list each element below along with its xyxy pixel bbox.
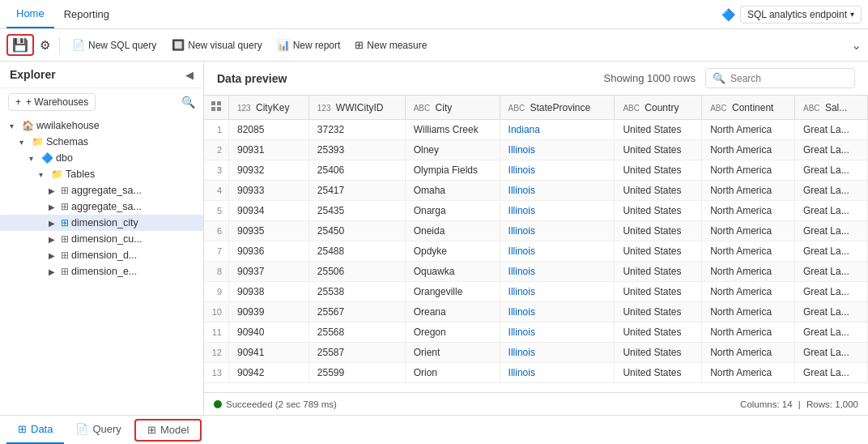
cell-country: United States bbox=[615, 282, 702, 302]
row-number: 7 bbox=[204, 241, 229, 262]
content-area: Data preview Showing 1000 rows 🔍 bbox=[204, 62, 868, 415]
toolbar-collapse-icon[interactable]: ⌄ bbox=[851, 37, 862, 53]
cell-wwicityid: 25587 bbox=[308, 343, 405, 363]
cell-sal: Great La... bbox=[795, 181, 868, 201]
cell-sal: Great La... bbox=[795, 343, 868, 363]
endpoint-icon: 🔷 bbox=[721, 8, 735, 21]
tree-arrow-icon: ▶ bbox=[49, 203, 58, 211]
col-header-sal[interactable]: ABC Sal... bbox=[795, 96, 868, 120]
cell-continent: North America bbox=[702, 363, 795, 383]
tree-item-dimension-city[interactable]: ▶ ⊞ dimension_city bbox=[0, 215, 203, 231]
col-header-stateprovince[interactable]: ABC StateProvince bbox=[500, 96, 615, 120]
col-header-citykey[interactable]: 123 CityKey bbox=[229, 96, 309, 120]
query-tab-icon: 📄 bbox=[75, 423, 88, 435]
table-row: 12 90941 25587 Orient Illinois United St… bbox=[204, 343, 868, 363]
row-number: 8 bbox=[204, 262, 229, 282]
tree-item-dimension-e[interactable]: ▶ ⊞ dimension_e... bbox=[0, 263, 203, 280]
measure-icon: ⊞ bbox=[355, 39, 364, 51]
new-sql-query-button[interactable]: 📄 New SQL query bbox=[65, 36, 164, 54]
search-box[interactable]: 🔍 bbox=[705, 68, 855, 88]
report-icon: 📊 bbox=[277, 39, 290, 51]
folder-icon: 📁 bbox=[51, 169, 63, 180]
tree-label: Schemas bbox=[46, 136, 88, 147]
tree-item-tables[interactable]: ▾ 📁 Tables bbox=[0, 166, 203, 182]
sidebar-collapse-icon[interactable]: ◀ bbox=[185, 69, 194, 81]
cell-state: Illinois bbox=[500, 181, 615, 201]
tree-arrow-icon: ▶ bbox=[49, 219, 58, 228]
status-success-text: Succeeded (2 sec 789 ms) bbox=[226, 399, 337, 409]
cell-country: United States bbox=[615, 363, 702, 383]
table-row: 6 90935 25450 Oneida Illinois United Sta… bbox=[204, 221, 868, 241]
cell-continent: North America bbox=[702, 262, 795, 282]
add-warehouses-button[interactable]: + + Warehouses bbox=[8, 93, 96, 111]
tab-query[interactable]: 📄 Query bbox=[64, 416, 132, 444]
tab-data[interactable]: ⊞ Data bbox=[6, 416, 64, 444]
cell-state: Illinois bbox=[500, 282, 615, 302]
cell-citykey: 82085 bbox=[229, 120, 309, 140]
table-row: 2 90931 25393 Olney Illinois United Stat… bbox=[204, 140, 868, 160]
cell-state: Illinois bbox=[500, 343, 615, 363]
sidebar-tree: ▾ 🏠 wwilakehouse ▾ 📁 Schemas ▾ 🔷 dbo ▾ 📁… bbox=[0, 116, 203, 415]
tab-reporting[interactable]: Reporting bbox=[54, 0, 119, 28]
cell-city: Williams Creek bbox=[405, 120, 500, 140]
tree-item-schemas[interactable]: ▾ 📁 Schemas bbox=[0, 134, 203, 150]
cell-city: Oneida bbox=[405, 221, 500, 241]
cell-wwicityid: 25568 bbox=[308, 322, 405, 343]
tree-label: wwilakehouse bbox=[36, 120, 100, 131]
col-header-wwicityid[interactable]: 123 WWICityID bbox=[308, 96, 405, 120]
tree-item-dimension-d[interactable]: ▶ ⊞ dimension_d... bbox=[0, 247, 203, 263]
tab-model[interactable]: ⊞ Model bbox=[134, 419, 202, 442]
tree-item-dimension-cu[interactable]: ▶ ⊞ dimension_cu... bbox=[0, 231, 203, 247]
cell-citykey: 90942 bbox=[229, 363, 309, 383]
cell-sal: Great La... bbox=[795, 363, 868, 383]
table-row: 5 90934 25435 Onarga Illinois United Sta… bbox=[204, 201, 868, 221]
tree-item-aggregate-sa-1[interactable]: ▶ ⊞ aggregate_sa... bbox=[0, 182, 203, 199]
table-container[interactable]: 123 CityKey 123 WWICityID ABC City ABC bbox=[204, 96, 868, 392]
row-number: 2 bbox=[204, 140, 229, 160]
cell-citykey: 90941 bbox=[229, 343, 309, 363]
toolbar: 💾 ⚙ 📄 New SQL query 🔲 New visual query 📊… bbox=[0, 29, 868, 62]
tree-item-aggregate-sa-2[interactable]: ▶ ⊞ aggregate_sa... bbox=[0, 199, 203, 215]
status-success: Succeeded (2 sec 789 ms) bbox=[214, 399, 337, 409]
new-report-button[interactable]: 📊 New report bbox=[270, 36, 347, 53]
cell-state: Indiana bbox=[500, 120, 615, 140]
chevron-down-icon: ▾ bbox=[850, 10, 854, 19]
tree-item-wwilakehouse[interactable]: ▾ 🏠 wwilakehouse bbox=[0, 117, 203, 134]
tab-home[interactable]: Home bbox=[6, 0, 54, 28]
col-header-continent[interactable]: ABC Continent bbox=[702, 96, 795, 120]
table-row: 13 90942 25599 Orion Illinois United Sta… bbox=[204, 363, 868, 383]
cell-state: Illinois bbox=[500, 363, 615, 383]
new-visual-query-button[interactable]: 🔲 New visual query bbox=[165, 36, 268, 53]
cell-wwicityid: 25488 bbox=[308, 241, 405, 262]
col-header-city[interactable]: ABC City bbox=[405, 96, 500, 120]
cell-country: United States bbox=[615, 181, 702, 201]
save-icon: 💾 bbox=[12, 37, 28, 53]
cell-wwicityid: 37232 bbox=[308, 120, 405, 140]
cell-city: Orangeville bbox=[405, 282, 500, 302]
table-row: 10 90939 25567 Oreana Illinois United St… bbox=[204, 302, 868, 322]
cell-city: Onarga bbox=[405, 201, 500, 221]
svg-rect-0 bbox=[211, 101, 215, 105]
cell-wwicityid: 25406 bbox=[308, 160, 405, 181]
save-button[interactable]: 💾 bbox=[6, 34, 34, 56]
cell-wwicityid: 25506 bbox=[308, 262, 405, 282]
table-icon: ⊞ bbox=[61, 233, 69, 245]
search-input[interactable] bbox=[730, 73, 836, 84]
cell-wwicityid: 25538 bbox=[308, 282, 405, 302]
cell-country: United States bbox=[615, 221, 702, 241]
cell-sal: Great La... bbox=[795, 282, 868, 302]
row-number: 10 bbox=[204, 302, 229, 322]
cell-citykey: 90935 bbox=[229, 221, 309, 241]
new-measure-button[interactable]: ⊞ New measure bbox=[348, 36, 433, 53]
endpoint-button[interactable]: SQL analytics endpoint ▾ bbox=[740, 6, 862, 23]
table-row: 8 90937 25506 Oquawka Illinois United St… bbox=[204, 262, 868, 282]
sidebar-search-icon[interactable]: 🔍 bbox=[181, 96, 195, 109]
cell-city: Oquawka bbox=[405, 262, 500, 282]
query-tab-label: Query bbox=[92, 423, 121, 435]
showing-rows-label: Showing 1000 rows bbox=[604, 72, 696, 84]
col-header-country[interactable]: ABC Country bbox=[615, 96, 702, 120]
success-dot bbox=[214, 400, 222, 408]
tree-item-dbo[interactable]: ▾ 🔷 dbo bbox=[0, 150, 203, 166]
data-tab-label: Data bbox=[31, 423, 53, 435]
settings-button[interactable]: ⚙ bbox=[36, 36, 54, 54]
